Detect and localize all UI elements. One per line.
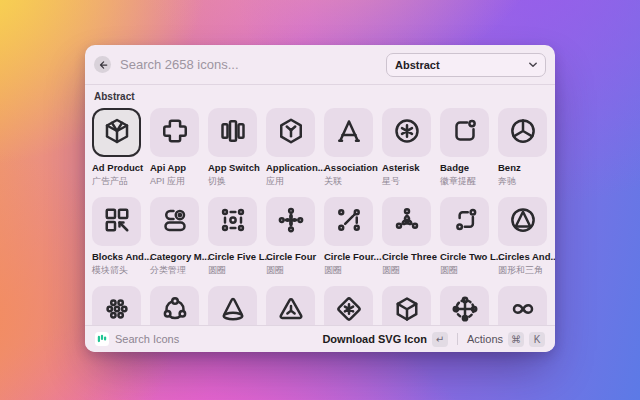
icon-tile-diamond-asterisk[interactable] <box>324 286 373 325</box>
section-label: Abstract <box>94 91 548 102</box>
grid-cell <box>440 286 489 325</box>
icon-subtitle-label: 圆形和三角 <box>498 264 547 277</box>
download-svg-action[interactable]: Download SVG Icon ↵ <box>322 332 448 347</box>
download-svg-label: Download SVG Icon <box>322 333 427 345</box>
window-footer: Search Icons Download SVG Icon ↵ Actions… <box>85 325 555 352</box>
category-dropdown[interactable]: Abstract <box>386 53 546 77</box>
grid-cell: Ad Product 广告产品 <box>92 108 141 188</box>
triangle-y-icon <box>276 294 306 326</box>
grid-cell: Circles And... 圆形和三角 <box>498 197 547 277</box>
icon-tile-badge[interactable] <box>440 108 489 157</box>
icon-tile-circle-four[interactable] <box>266 197 315 246</box>
icon-tile-ad-product[interactable] <box>92 108 141 157</box>
badge-icon <box>450 116 480 150</box>
move-cross-icon <box>450 294 480 326</box>
icon-tile-application[interactable] <box>266 108 315 157</box>
grid-cell <box>92 286 141 325</box>
icon-name-label: Asterisk <box>382 162 431 173</box>
category-management-icon <box>160 205 190 239</box>
grid-cell: Category M... 分类管理 <box>150 197 199 277</box>
circle-nodes-icon <box>160 294 190 326</box>
grid-cell: Application... 应用 <box>266 108 315 188</box>
icon-name-label: Category M... <box>150 251 199 262</box>
icon-tile-circle-five-l[interactable] <box>208 197 257 246</box>
grid-cell <box>208 286 257 325</box>
icon-tile-circle-two-l[interactable] <box>440 197 489 246</box>
grid-cell <box>382 286 431 325</box>
icon-name-label: Circle Four... <box>324 251 373 262</box>
grid-cell: Association 关联 <box>324 108 373 188</box>
icon-tile-app-switch[interactable] <box>208 108 257 157</box>
cone-icon <box>218 294 248 326</box>
icon-subtitle-label: 圆圈 <box>266 264 315 277</box>
circle-two-line-icon <box>450 205 480 239</box>
icon-name-label: Api App <box>150 162 199 173</box>
infinity-icon <box>508 294 538 326</box>
grid-cell: Circle Three 圆圈 <box>382 197 431 277</box>
icon-tile-association[interactable] <box>324 108 373 157</box>
icon-subtitle-label: 应用 <box>266 175 315 188</box>
icon-tile-circles-and[interactable] <box>498 197 547 246</box>
search-input[interactable] <box>120 57 377 72</box>
icon-tile-blocks-and[interactable] <box>92 197 141 246</box>
icon-tile-circle-four[interactable] <box>324 197 373 246</box>
grid-cell <box>498 286 547 325</box>
blocks-arrow-icon <box>102 205 132 239</box>
icon-name-label: Ad Product <box>92 162 141 173</box>
circle-three-icon <box>392 205 422 239</box>
icon-tile-circle-nodes[interactable] <box>150 286 199 325</box>
app-logo-icon <box>95 332 109 346</box>
icon-tile-move-cross[interactable] <box>440 286 489 325</box>
grid-cell: Api App API 应用 <box>150 108 199 188</box>
icon-subtitle-label: API 应用 <box>150 175 199 188</box>
icon-tile-triangle-y[interactable] <box>266 286 315 325</box>
grid-cell: Circle Two L... 圆圈 <box>440 197 489 277</box>
grid-cell: App Switch 切换 <box>208 108 257 188</box>
back-button[interactable] <box>94 56 111 73</box>
cube-wireframe-icon <box>392 294 422 326</box>
icon-name-label: Blocks And... <box>92 251 141 262</box>
app-switch-icon <box>218 116 248 150</box>
circle-four-line-icon <box>334 205 364 239</box>
icon-name-label: Circle Four <box>266 251 315 262</box>
icon-name-label: Association <box>324 162 373 173</box>
asterisk-circle-icon <box>392 116 422 150</box>
icon-subtitle-label: 圆圈 <box>324 264 373 277</box>
icon-name-label: Circle Five L... <box>208 251 257 262</box>
icon-tile-infinity[interactable] <box>498 286 547 325</box>
icon-subtitle-label: 关联 <box>324 175 373 188</box>
actions-menu-action[interactable]: Actions ⌘ K <box>467 332 545 347</box>
icon-subtitle-label: 模块箭头 <box>92 264 141 277</box>
association-icon <box>334 116 364 150</box>
category-dropdown-value: Abstract <box>395 59 529 71</box>
grid-cell: Circle Five L... 圆圈 <box>208 197 257 277</box>
icon-name-label: Benz <box>498 162 547 173</box>
app-brand: Search Icons <box>95 332 179 346</box>
icon-subtitle-label: 切换 <box>208 175 257 188</box>
icon-subtitle-label: 奔驰 <box>498 175 547 188</box>
icon-tile-circle-three[interactable] <box>382 197 431 246</box>
icon-subtitle-label: 圆圈 <box>440 264 489 277</box>
icon-tile-dots-cluster[interactable] <box>92 286 141 325</box>
actions-label: Actions <box>467 333 503 345</box>
grid-cell <box>266 286 315 325</box>
grid-cell <box>324 286 373 325</box>
icon-tile-benz[interactable] <box>498 108 547 157</box>
icon-subtitle-label: 圆圈 <box>208 264 257 277</box>
arrow-left-icon <box>98 60 108 70</box>
icon-tile-cone[interactable] <box>208 286 257 325</box>
grid-cell <box>150 286 199 325</box>
icon-name-label: App Switch <box>208 162 257 173</box>
icon-tile-api-app[interactable] <box>150 108 199 157</box>
icon-name-label: Badge <box>440 162 489 173</box>
icon-tile-cube-wireframe[interactable] <box>382 286 431 325</box>
icon-tile-category-m[interactable] <box>150 197 199 246</box>
results-area: Abstract Ad Product 广告产品 Api App API 应用 … <box>85 85 555 325</box>
icon-name-label: Circle Three <box>382 251 431 262</box>
diamond-asterisk-icon <box>334 294 364 326</box>
icon-name-label: Application... <box>266 162 315 173</box>
icon-subtitle-label: 分类管理 <box>150 264 199 277</box>
icon-tile-asterisk[interactable] <box>382 108 431 157</box>
chevron-down-icon <box>529 62 537 68</box>
grid-cell: Badge 徽章提醒 <box>440 108 489 188</box>
